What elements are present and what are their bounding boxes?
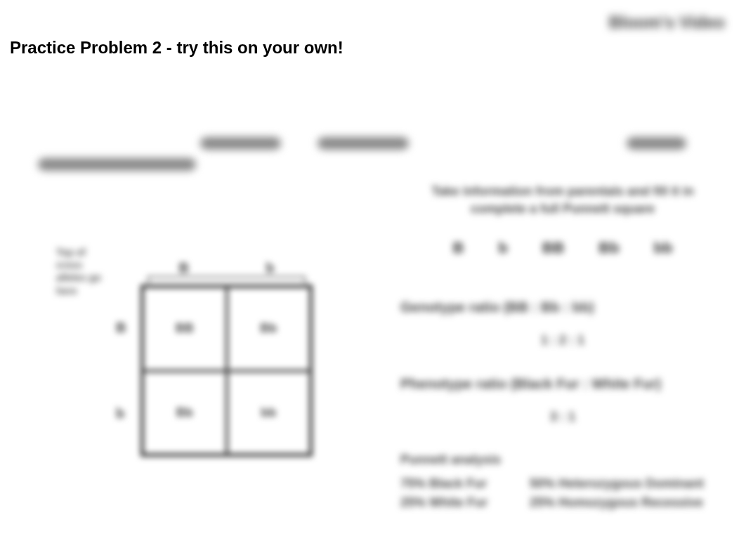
right-content-area: Take information from parentals and fill…	[400, 183, 725, 512]
symbol-row: B b BB Bb bb	[400, 239, 725, 257]
punnett-cell-1: Bb	[227, 287, 311, 371]
summary-col1-line2: 25% White Fur	[400, 493, 487, 512]
symbol-4: bb	[654, 239, 673, 257]
punnett-cell-2: Bb	[143, 371, 227, 455]
top-right-badge: Bloom's Video	[609, 13, 725, 32]
summary-col1-line1: 75% Black Fur	[400, 474, 487, 493]
punnett-top-headers: B b	[140, 260, 313, 276]
blurred-text-2	[318, 137, 409, 150]
symbol-3: Bb	[598, 239, 619, 257]
blurred-text-4	[38, 158, 196, 171]
summary-title: Punnett analysis	[400, 452, 725, 467]
punnett-label-3: alleles go	[56, 271, 140, 284]
summary-col2-line2: 25% Homozygous Recessive	[530, 493, 704, 512]
punnett-top-header-0: B	[179, 260, 189, 276]
symbol-2: BB	[542, 239, 565, 257]
page-title: Practice Problem 2 - try this on your ow…	[10, 38, 343, 58]
phenotype-value: 3 : 1	[400, 410, 725, 424]
blurred-text-1	[200, 137, 281, 150]
punnett-cell-3: bb	[227, 371, 311, 455]
instruction-text: Take information from parentals and fill…	[400, 183, 725, 218]
punnett-cell-0: BB	[143, 287, 227, 371]
summary-columns: 75% Black Fur 25% White Fur 50% Heterozy…	[400, 474, 725, 512]
summary-col2-line1: 50% Heterozygous Dominant	[530, 474, 704, 493]
punnett-square: B b B b BB Bb Bb bb	[140, 285, 313, 457]
summary-col-2: 50% Heterozygous Dominant 25% Homozygous…	[530, 474, 704, 512]
punnett-left-headers: B b	[116, 285, 126, 457]
punnett-left-header-1: b	[116, 405, 126, 422]
symbol-1: b	[498, 239, 507, 257]
genotype-label: Genotype ratio (BB : Bb : bb)	[400, 299, 725, 315]
symbol-0: B	[452, 239, 464, 257]
punnett-grid: BB Bb Bb bb	[140, 285, 313, 457]
punnett-left-header-0: B	[116, 320, 126, 336]
summary-col-1: 75% Black Fur 25% White Fur	[400, 474, 487, 512]
punnett-top-header-1: b	[266, 260, 274, 276]
summary-section: Punnett analysis 75% Black Fur 25% White…	[400, 452, 725, 512]
punnett-label-1: Top of	[56, 246, 140, 259]
genotype-section: Genotype ratio (BB : Bb : bb) 1 : 2 : 1	[400, 299, 725, 348]
blurred-text-3	[627, 137, 686, 150]
punnett-label-2: cross	[56, 259, 140, 271]
punnett-bracket	[148, 276, 306, 283]
punnett-label-area: Top of cross alleles go here	[56, 246, 140, 297]
punnett-label-4: here	[56, 285, 140, 297]
genotype-value: 1 : 2 : 1	[400, 333, 725, 348]
phenotype-label: Phenotype ratio (Black Fur : White Fur)	[400, 376, 725, 392]
phenotype-section: Phenotype ratio (Black Fur : White Fur) …	[400, 376, 725, 424]
